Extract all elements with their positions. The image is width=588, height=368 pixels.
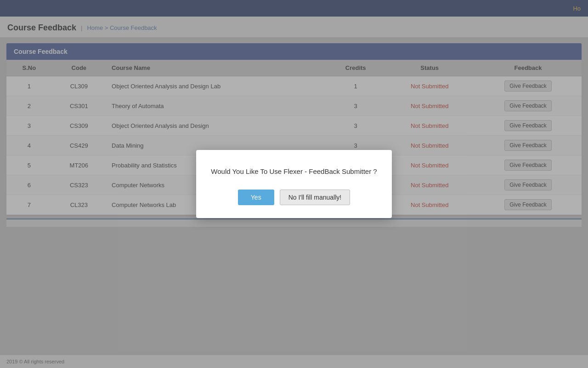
modal-no-button[interactable]: No I'll fill manually!	[280, 190, 351, 205]
modal-overlay: Would You Like To Use Flexer - FeedBack …	[0, 0, 588, 232]
modal-message: Would You Like To Use Flexer - FeedBack …	[211, 167, 377, 177]
modal-dialog: Would You Like To Use Flexer - FeedBack …	[196, 150, 391, 218]
modal-yes-button[interactable]: Yes	[238, 190, 274, 205]
modal-buttons: Yes No I'll fill manually!	[211, 190, 377, 205]
